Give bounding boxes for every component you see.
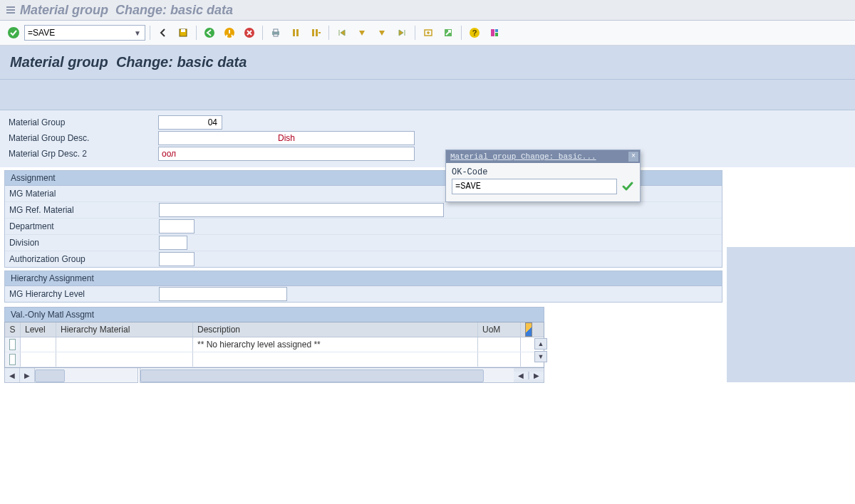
field-row-mg-hierarchy-level: MG Hierarchy Level: [5, 286, 722, 302]
toolbar-separator: [196, 26, 197, 40]
material-group-input[interactable]: [158, 115, 222, 130]
okcode-confirm-button[interactable]: [621, 180, 634, 193]
row-select-checkbox[interactable]: [9, 339, 16, 350]
vscroll-up[interactable]: ▲: [534, 338, 547, 350]
exit-button[interactable]: [221, 24, 238, 41]
row-select-checkbox[interactable]: [9, 354, 16, 365]
field-row-division: Division: [5, 234, 722, 251]
okcode-popup: Material group Change: basic... × OK-Cod…: [445, 149, 641, 202]
basic-data-fields: Material Group Material Group Desc. Mate…: [0, 110, 855, 167]
hierarchy-section: Hierarchy Assignment MG Hierarchy Level: [4, 271, 722, 303]
field-row-material-group-desc: Material Group Desc.: [4, 130, 851, 146]
hscroll-right-next[interactable]: ▶: [529, 372, 544, 379]
hscroll-left-next[interactable]: ▶: [20, 368, 35, 382]
cancel-button[interactable]: [241, 24, 258, 41]
svg-rect-0: [6, 6, 15, 8]
col-header-description[interactable]: Description: [193, 322, 478, 337]
svg-rect-15: [316, 29, 318, 36]
svg-rect-13: [296, 29, 299, 36]
val-only-grid: S Level Hierarchy Material Description U…: [4, 322, 544, 368]
cell-uom: [478, 337, 521, 352]
enter-button[interactable]: [6, 25, 21, 41]
toolbar-separator: [262, 26, 263, 40]
hscroll-left[interactable]: ◀ ▶: [4, 368, 138, 383]
hierarchy-header: Hierarchy Assignment: [5, 271, 722, 286]
window-title: Material group Change: basic data: [20, 3, 233, 18]
division-input[interactable]: [159, 236, 187, 250]
okcode-label: OK-Code: [452, 167, 634, 177]
col-header-level[interactable]: Level: [21, 322, 56, 337]
table-row[interactable]: [5, 352, 544, 367]
division-label: Division: [9, 238, 159, 248]
new-session-button[interactable]: [420, 24, 437, 41]
next-page-button[interactable]: [373, 24, 390, 41]
table-row[interactable]: ** No hierarchy level assigned **: [5, 337, 544, 352]
svg-text:?: ?: [472, 28, 477, 37]
print-button[interactable]: [267, 24, 284, 41]
prev-page-button[interactable]: [353, 24, 370, 41]
col-header-uom[interactable]: UoM: [478, 322, 521, 337]
svg-rect-20: [491, 29, 494, 36]
layout-button[interactable]: [486, 24, 503, 41]
cell-desc: ** No hierarchy level assigned **: [193, 337, 478, 352]
mg-hierarchy-level-input[interactable]: [159, 287, 287, 301]
mg-ref-material-input[interactable]: [159, 203, 444, 217]
toolbar-separator: [461, 26, 462, 40]
material-group-desc-input[interactable]: [158, 131, 415, 145]
department-input[interactable]: [159, 219, 195, 233]
main-toolbar: ▼ ?: [0, 21, 855, 46]
auth-group-input[interactable]: [159, 252, 195, 266]
toolbar-separator: [328, 26, 329, 40]
grid-header-row: S Level Hierarchy Material Description U…: [5, 322, 544, 337]
app-menu-icon[interactable]: [6, 5, 16, 15]
popup-title-text: Material group Change: basic...: [450, 152, 596, 161]
okcode-input[interactable]: [452, 179, 617, 194]
page-header: Material group Change: basic data: [0, 46, 855, 80]
mg-material-label: MG Material: [9, 189, 159, 199]
svg-rect-22: [495, 33, 498, 36]
col-config-button[interactable]: [521, 322, 537, 337]
find-button[interactable]: [287, 24, 304, 41]
material-grp-desc2-label: Material Grp Desc. 2: [9, 149, 158, 159]
svg-rect-1: [6, 9, 15, 11]
field-row-department: Department: [5, 218, 722, 234]
auth-group-label: Authorization Group: [9, 254, 159, 264]
svg-rect-14: [312, 29, 314, 36]
application-toolbar-area: [0, 80, 855, 110]
popup-close-button[interactable]: ×: [628, 152, 638, 162]
col-header-s[interactable]: S: [5, 322, 21, 337]
hscroll-right-prev[interactable]: ◀: [514, 372, 529, 379]
toolbar-separator: [415, 26, 415, 40]
find-next-button[interactable]: [307, 24, 324, 41]
svg-rect-2: [6, 12, 15, 14]
svg-rect-12: [293, 29, 295, 36]
window-title-bar: Material group Change: basic data: [0, 0, 855, 21]
mg-ref-material-label: MG Ref. Material: [9, 205, 159, 215]
material-grp-desc2-input[interactable]: [158, 147, 415, 161]
back-green-button[interactable]: [201, 24, 218, 41]
svg-rect-11: [274, 34, 278, 36]
svg-rect-10: [274, 29, 278, 32]
col-header-hierarchy-material[interactable]: Hierarchy Material: [56, 322, 193, 337]
back-button[interactable]: [155, 24, 172, 41]
last-page-button[interactable]: [393, 24, 410, 41]
svg-rect-21: [495, 29, 498, 32]
vscroll-controls: ▲ ▼: [534, 338, 547, 362]
cell-hmat: [56, 337, 193, 352]
field-row-material-group: Material Group: [4, 115, 851, 130]
hscroll-right[interactable]: ◀ ▶: [140, 368, 544, 383]
vscroll-down[interactable]: ▼: [534, 351, 547, 362]
command-field[interactable]: [24, 25, 145, 41]
material-group-desc-label: Material Group Desc.: [9, 133, 158, 143]
page-title: Material group Change: basic data: [10, 54, 845, 70]
first-page-button[interactable]: [333, 24, 351, 41]
val-only-section: Val.-Only Matl Assgmt S Level Hierarchy …: [4, 307, 544, 382]
save-button[interactable]: [175, 24, 192, 41]
hscroll-left-prev[interactable]: ◀: [5, 368, 20, 382]
svg-point-6: [204, 28, 214, 38]
shortcut-button[interactable]: [440, 24, 457, 41]
field-row-auth-group: Authorization Group: [5, 251, 722, 267]
command-field-wrapper: ▼: [24, 25, 145, 41]
help-button[interactable]: ?: [466, 24, 483, 41]
field-row-material-grp-desc2: Material Grp Desc. 2: [4, 146, 851, 162]
